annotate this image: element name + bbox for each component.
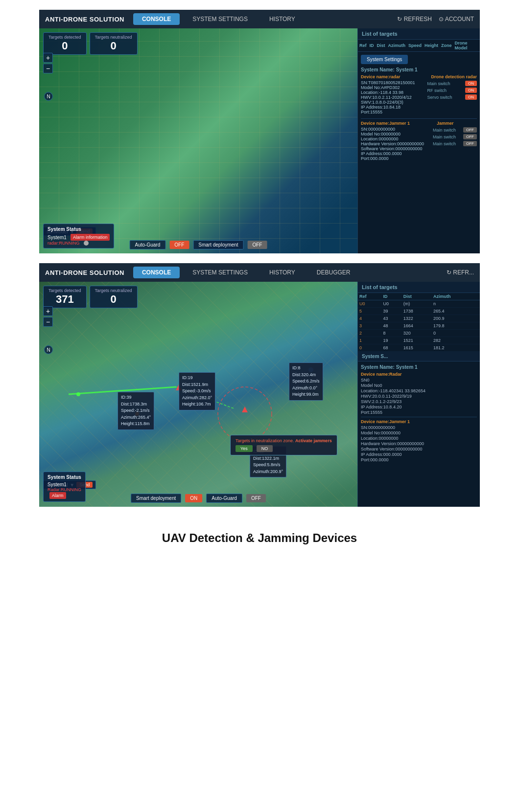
- tab-system-settings-1[interactable]: SYSTEM SETTINGS: [184, 13, 257, 25]
- cell: U0: [381, 300, 401, 308]
- jammer-device-1: Device name:Jammer 1 SN:00000000000 Mode…: [361, 121, 477, 161]
- tab-history-2[interactable]: HISTORY: [260, 267, 304, 278]
- alarm-btn-2[interactable]: Alarm: [49, 492, 66, 499]
- stats-overlay-2: Targets detected 371 Targets neutralized…: [43, 286, 138, 308]
- col-height-1: Height: [423, 40, 440, 52]
- refresh-button-2[interactable]: ↻ REFR...: [447, 269, 474, 276]
- auto-guard-btn-1[interactable]: Auto-Guard: [130, 240, 166, 249]
- drone-box-8: ID:8 Dist:320.4m Speed:6.2m/s Azimuth:0.…: [289, 362, 323, 401]
- nav-bar-2: ANTI-DRONE SOLUTION CONSOLE SYSTEM SETTI…: [39, 263, 480, 282]
- jammer-type-1: Jammer: [437, 121, 477, 126]
- jammer-ctrl-off-1[interactable]: OFF: [463, 127, 477, 133]
- detected-value-2: 371: [48, 293, 81, 306]
- map-area-1: Targets detected 0 Targets neutralized 0…: [39, 28, 480, 253]
- targets-neutralized-box-1: Targets neutralized 0: [90, 32, 138, 55]
- jammer-row-1: Device name:Jammer 1 SN:00000000000 Mode…: [361, 121, 477, 161]
- targets-table-1: Ref ID Dist Azimuth Speed Height Zone Dr…: [358, 40, 480, 52]
- cell: n: [432, 300, 480, 308]
- zoom-out-2[interactable]: −: [43, 317, 53, 327]
- smart-deploy-toggle-2[interactable]: ON: [185, 494, 202, 502]
- activate-jammers-link[interactable]: Activate jammers: [295, 438, 332, 443]
- system-status-2: System Status System1 Radar:RUNNING Alar…: [43, 472, 86, 502]
- zoom-in-2[interactable]: +: [43, 306, 53, 316]
- sys-item-2: System1: [47, 482, 81, 487]
- jammer-ctrl-label-2: Main switch: [433, 135, 456, 139]
- refresh-button-1[interactable]: ↻ REFRESH: [397, 16, 432, 23]
- drone-43-azimuth: Azimuth:200.9°: [253, 469, 283, 475]
- map-main-2[interactable]: Targets detected 371 Targets neutralized…: [39, 282, 357, 507]
- cell: 0: [358, 344, 381, 352]
- col2-az: Azimuth: [432, 293, 480, 300]
- cell: 1322: [402, 315, 432, 322]
- drone-8-speed: Speed:6.2m/s: [292, 378, 320, 385]
- ctrl-main-label-1: Main switch: [427, 81, 450, 86]
- j2-swv: Software Version:00000000000: [361, 447, 477, 451]
- tab-system-settings-2[interactable]: SYSTEM SETTINGS: [184, 267, 257, 278]
- system-status-1: System Status System1 Alarm information …: [43, 224, 114, 248]
- smart-deploy-btn-2[interactable]: Smart deployment: [131, 494, 181, 503]
- zoom-out-1[interactable]: −: [43, 64, 53, 73]
- cell: 282: [432, 337, 480, 344]
- zoom-in-1[interactable]: +: [43, 53, 53, 63]
- auto-guard-toggle-2[interactable]: OFF: [246, 494, 266, 502]
- nav-right-2: ↻ REFR...: [447, 269, 474, 276]
- jammer-ctrl-off-2[interactable]: OFF: [463, 134, 477, 139]
- popup-btns: Yes NO: [236, 445, 332, 452]
- app-title-1: ANTI-DRONE SOLUTION: [45, 16, 124, 23]
- cell: 8: [381, 330, 401, 337]
- zoom-controls-1: + −: [43, 53, 53, 73]
- map-main-1[interactable]: Targets detected 0 Targets neutralized 0…: [39, 28, 357, 253]
- sys-name-label-2: System Name: System 1: [361, 364, 477, 370]
- ss-title-1: System Status: [47, 226, 110, 232]
- jammer-ctrl-1: Main switch OFF: [433, 127, 477, 133]
- sys-settings-label-2: System S...: [362, 354, 388, 359]
- table-row: 0681615181.2: [358, 344, 480, 352]
- table-row: U0U0(m)n: [358, 300, 480, 308]
- popup-no-btn[interactable]: NO: [257, 445, 273, 452]
- drone-19-azimuth: Azimuth:282.0°: [182, 395, 212, 402]
- table-row: 283200: [358, 330, 480, 337]
- system-settings-btn-1[interactable]: System Settings: [361, 55, 408, 64]
- alarm-btn-1[interactable]: Alarm information: [71, 234, 110, 241]
- auto-guard-btn-2[interactable]: Auto-Guard: [206, 494, 242, 503]
- cell: 1615: [402, 344, 432, 352]
- jammer-loc-1: Location:00000000: [361, 136, 433, 141]
- r2-ip: IP Address:10.8.4.20: [361, 405, 477, 409]
- page-title-section: UAV Detection & Jamming Devices: [0, 517, 519, 564]
- svg-point-7: [76, 392, 80, 396]
- screenshot-2: ANTI-DRONE SOLUTION CONSOLE SYSTEM SETTI…: [39, 263, 480, 507]
- tab-console-2[interactable]: CONSOLE: [133, 267, 180, 278]
- radar-port-1: Port:15555: [361, 110, 427, 114]
- cell: 179.8: [432, 322, 480, 330]
- targets-neutralized-box-2: Targets neutralized 0: [90, 286, 138, 308]
- table-row: 5391738265.4: [358, 308, 480, 315]
- jammer-ctrl-label-3: Main switch: [433, 141, 456, 146]
- cell: 48: [381, 322, 401, 330]
- drone-8-azimuth: Azimuth:0.0°: [292, 385, 320, 392]
- jammer-ctrl-off-3[interactable]: OFF: [463, 141, 477, 146]
- account-button-1[interactable]: ⊙ ACCOUNT: [439, 16, 474, 23]
- detected-label-1: Targets detected: [48, 35, 81, 40]
- sys-item-1: System1 Alarm information: [47, 234, 110, 241]
- drone-43-dist: Dist:1322.1m: [253, 455, 283, 462]
- auto-guard-toggle-1[interactable]: OFF: [169, 241, 189, 249]
- nav-bar-1: ANTI-DRONE SOLUTION CONSOLE SYSTEM SETTI…: [39, 10, 480, 28]
- radar-ip-1: IP Address:10.84.18: [361, 105, 427, 110]
- col-azimuth-1: Azimuth: [387, 40, 407, 52]
- drone-39-id: ID:39: [121, 394, 151, 401]
- radar-type-1: Drone detection radar: [431, 74, 477, 79]
- ctrl-servo-on-1[interactable]: ON: [465, 94, 477, 100]
- cell: 19: [381, 337, 401, 344]
- divider-1: [361, 118, 477, 119]
- r2-loc: Location:-118.402341 33.982654: [361, 388, 477, 393]
- tab-history-1[interactable]: HISTORY: [260, 13, 304, 25]
- ctrl-main-on-1[interactable]: ON: [465, 81, 477, 86]
- smart-deploy-toggle-1[interactable]: OFF: [247, 241, 267, 249]
- smart-deploy-btn-1[interactable]: Smart deployment: [193, 240, 243, 249]
- popup-yes-btn[interactable]: Yes: [236, 445, 253, 452]
- tab-console-1[interactable]: CONSOLE: [133, 13, 180, 25]
- ctrl-rf-on-1[interactable]: ON: [465, 88, 477, 93]
- r2-sn: SN0: [361, 378, 477, 383]
- tab-debugger-2[interactable]: DEBUGGER: [308, 267, 359, 278]
- cell: 3: [358, 322, 381, 330]
